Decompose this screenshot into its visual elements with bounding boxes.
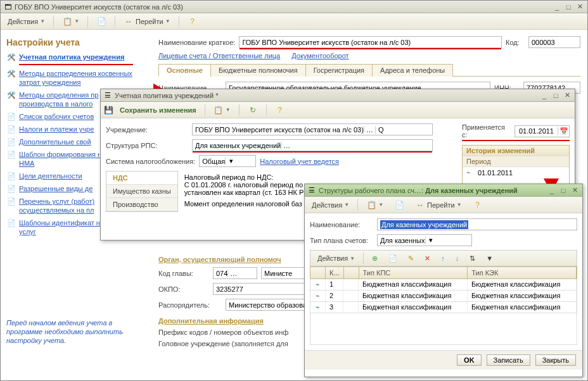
filter-icon[interactable]: ▼ bbox=[482, 252, 497, 265]
chapter-input[interactable]: 074… bbox=[213, 267, 257, 279]
history-column: Период bbox=[463, 156, 569, 167]
tax-link[interactable]: Налоговый учет ведется bbox=[260, 158, 339, 165]
headorg-label: Головное учреждение (заполняется для bbox=[158, 340, 304, 347]
record-icon: ⌁ bbox=[466, 168, 478, 177]
g-actions-menu[interactable]: Действия▼ bbox=[313, 252, 359, 265]
tab-budget[interactable]: Бюджетные полномочия bbox=[210, 64, 306, 77]
row-icon: ⌁ bbox=[310, 290, 326, 301]
sidebar-item-1[interactable]: 🛠️Методы распределения косвенных затрат … bbox=[6, 69, 147, 87]
shortname-input[interactable]: ГОБУ ВПО Университет искусств (остаток н… bbox=[239, 36, 502, 48]
grid-toolbar: Действия▼ ⊕ 📄 ✎ ✕ ↑ ↓ ⇅ ▼ bbox=[310, 250, 577, 266]
struct-input[interactable]: Для казенных учреждений… bbox=[192, 139, 433, 151]
help-button[interactable]: ? bbox=[183, 15, 202, 28]
ok-button[interactable]: OK bbox=[457, 354, 482, 366]
org-label: Учреждение: bbox=[106, 126, 188, 134]
policy-toolbar: 💾 Сохранить изменения 📋▼ ↻ ? bbox=[101, 102, 575, 118]
taxsys-label: Система налогообложения: bbox=[106, 158, 195, 165]
main-titlebar: 🗔 ГОБУ ВПО Университет искусств (остаток… bbox=[1, 1, 587, 13]
delete-icon[interactable]: ✕ bbox=[420, 252, 435, 265]
goto-menu[interactable]: ↔Перейти▼ bbox=[119, 15, 175, 28]
history-heading: История изменений bbox=[463, 146, 569, 156]
sort-icon[interactable]: ⇅ bbox=[465, 252, 480, 265]
org-input[interactable]: ГОБУ ВПО Университет искусств (остаток н… bbox=[192, 123, 433, 135]
s-name-label: Наименование: bbox=[310, 221, 373, 228]
s-close-button[interactable]: ✕ bbox=[570, 186, 580, 195]
applied-label: Применяется с: bbox=[462, 123, 512, 139]
vtab-nds[interactable]: НДС bbox=[106, 172, 177, 185]
manager-label: Распорядитель: bbox=[158, 301, 222, 309]
s-plan-label: Тип плана счетов: bbox=[310, 237, 373, 244]
code-label: Код: bbox=[506, 39, 525, 46]
grid-header: К... Тип КПС Тип КЭК bbox=[310, 266, 577, 279]
sidebar-item-policy[interactable]: 🛠️Учетная политика учреждения bbox=[6, 53, 147, 61]
pol-tb-1[interactable]: 📋▼ bbox=[209, 104, 235, 116]
cancel-button[interactable]: Закрыть bbox=[535, 354, 576, 366]
tab-main[interactable]: Основные bbox=[158, 64, 211, 77]
pol-refresh-button[interactable]: ↻ bbox=[243, 104, 262, 116]
up-icon[interactable]: ↑ bbox=[437, 252, 449, 265]
policy-title: Учетная политика учреждений * bbox=[115, 92, 539, 99]
tab-address[interactable]: Адреса и телефоны bbox=[372, 64, 453, 77]
code-input[interactable]: 000003 bbox=[528, 36, 580, 48]
button-bar: OK Записать Закрыть bbox=[305, 350, 582, 370]
s-max-button[interactable]: □ bbox=[558, 186, 568, 195]
calendar-icon[interactable]: 📅 bbox=[558, 127, 569, 135]
pol-close-button[interactable]: ✕ bbox=[562, 91, 572, 100]
struct-titlebar: ☰ Структуры рабочего плана сч…: Для казе… bbox=[305, 184, 582, 197]
link-docs[interactable]: Документооборот bbox=[291, 52, 348, 59]
okpo-label: ОКПО: bbox=[158, 285, 209, 293]
pol-help-button[interactable]: ? bbox=[271, 104, 290, 116]
s-name-input[interactable]: Для казенных учреждений bbox=[377, 218, 577, 230]
sidebar-footer-note: Перед началом ведения учета в программе … bbox=[6, 318, 147, 345]
app-icon: 🗔 bbox=[3, 3, 12, 11]
struct-toolbar: Действия▼ 📋▼ 📄 ↔Перейти▼ ? bbox=[305, 197, 582, 213]
maximize-button[interactable]: □ bbox=[563, 3, 573, 11]
add-icon[interactable]: ⊕ bbox=[368, 252, 382, 265]
table-row[interactable]: ⌁3Бюджетная классификацияБюджетная класс… bbox=[310, 302, 577, 313]
applied-date-input[interactable]: 01.01.2011📅 bbox=[514, 125, 570, 137]
okpo-input[interactable]: 3235277 bbox=[213, 283, 308, 295]
s-plan-input[interactable]: Для казенных▾ bbox=[377, 234, 472, 246]
actions-menu[interactable]: Действия▼ bbox=[3, 15, 49, 28]
row-icon: ⌁ bbox=[310, 279, 326, 290]
struct-label: Структура РПС: bbox=[106, 142, 188, 149]
vtab-production[interactable]: Производство bbox=[106, 198, 177, 211]
list-icon: ☰ bbox=[103, 91, 112, 100]
sidebar-heading: Настройки учета bbox=[6, 37, 147, 47]
tb-icon-2[interactable]: 📄 bbox=[92, 15, 111, 28]
link-accounts[interactable]: Лицевые счета / Ответственные лица bbox=[158, 52, 280, 59]
minimize-button[interactable]: _ bbox=[552, 3, 562, 11]
close-button[interactable]: ✕ bbox=[575, 3, 585, 11]
shortname-label: Наименование краткое: bbox=[158, 39, 235, 46]
history-row[interactable]: ⌁01.01.2011 bbox=[463, 167, 569, 178]
pol-max-button[interactable]: □ bbox=[551, 91, 561, 100]
tab-gosreg[interactable]: Госрегистрация bbox=[305, 64, 373, 77]
pol-min-button[interactable]: _ bbox=[539, 91, 549, 100]
edit-icon[interactable]: ✎ bbox=[404, 252, 418, 265]
tb-icon-1[interactable]: 📋▼ bbox=[58, 15, 84, 28]
down-icon[interactable]: ↓ bbox=[451, 252, 464, 265]
vtab-property[interactable]: Имущество казны bbox=[106, 185, 177, 198]
nds-line1: Налоговый период по НДС: bbox=[184, 173, 451, 181]
table-row[interactable]: ⌁1Бюджетная классификацияБюджетная класс… bbox=[310, 279, 577, 290]
tabbar: Основные Бюджетные полномочия Госрегистр… bbox=[158, 63, 580, 77]
s-tb-1[interactable]: 📋▼ bbox=[362, 199, 388, 211]
chapter-label: Код главы: bbox=[158, 270, 209, 277]
main-toolbar: Действия▼ 📋▼ 📄 ↔Перейти▼ ? bbox=[1, 13, 587, 30]
row-icon: ⌁ bbox=[310, 302, 326, 313]
s-min-button[interactable]: _ bbox=[547, 186, 557, 195]
save-changes-link[interactable]: Сохранить изменения bbox=[115, 104, 201, 116]
table-row[interactable]: ⌁2Бюджетная классификацияБюджетная класс… bbox=[310, 290, 577, 302]
prefix-label: Префикс кодов / номеров объектов инф bbox=[158, 328, 304, 336]
policy-titlebar: ☰ Учетная политика учреждений * _ □ ✕ bbox=[101, 89, 575, 102]
s-tb-2[interactable]: 📄 bbox=[390, 199, 409, 211]
s-goto-menu[interactable]: ↔Перейти▼ bbox=[411, 199, 466, 211]
s-actions-menu[interactable]: Действия▼ bbox=[307, 199, 354, 211]
save-button[interactable]: Записать bbox=[487, 354, 530, 366]
disk-icon: 💾 bbox=[103, 105, 113, 115]
grid-icon: ☰ bbox=[307, 186, 316, 195]
copy-icon[interactable]: 📄 bbox=[384, 252, 402, 265]
main-title: ГОБУ ВПО Университет искусств (остаток н… bbox=[15, 3, 552, 11]
taxsys-input[interactable]: Общая▾ bbox=[199, 155, 256, 167]
s-help-button[interactable]: ? bbox=[468, 199, 487, 211]
